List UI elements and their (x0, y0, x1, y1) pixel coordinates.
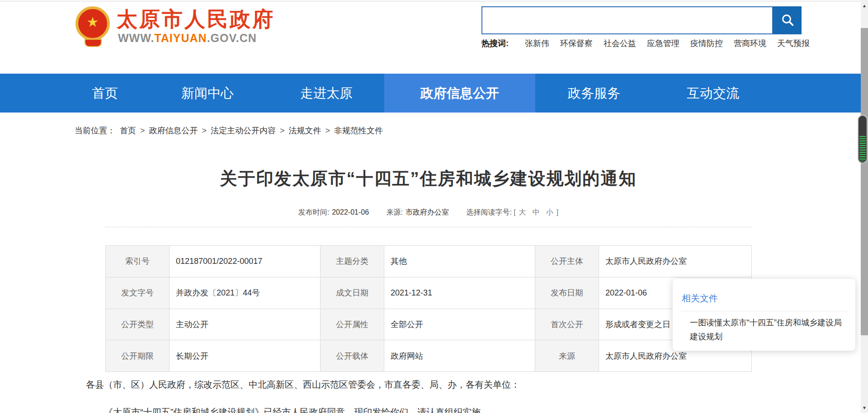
chevron-down-icon: ▼ (862, 405, 867, 410)
dashed-divider (105, 227, 751, 227)
hot-keyword-link[interactable]: 应急管理 (647, 38, 679, 49)
article-title: 关于印发太原市“十四五”住房和城乡建设规划的通知 (105, 167, 751, 190)
info-label-cell: 索引号 (106, 246, 170, 277)
article-meta: 发布时间:2022-01-06 来源:市政府办公室 选择阅读字号: [大中小] (105, 208, 751, 217)
info-label-cell: 成文日期 (321, 277, 384, 309)
fontsize-option-medium[interactable]: 中 (533, 208, 540, 216)
breadcrumb-item-statutory-disclosure[interactable]: 法定主动公开内容 (211, 126, 276, 135)
table-row: 公开期限 长期公开 公开载体 政府网站 来源 太原市人民政府办公室 (106, 340, 752, 372)
info-label-cell: 主题分类 (321, 246, 384, 277)
page-top-divider (0, 1, 861, 1)
site-url-suffix: .GOV.CN (207, 32, 257, 44)
info-label-cell: 公开主体 (535, 246, 599, 277)
star-icon: ★ (87, 15, 99, 29)
site-url-domain: TAIYUAN (154, 32, 207, 44)
info-value-cell: 全部公开 (384, 309, 535, 340)
info-value-cell: 012187001/2022-00017 (170, 246, 321, 277)
publish-date: 2022-01-06 (332, 208, 369, 216)
hot-keyword-link[interactable]: 营商环境 (734, 38, 766, 49)
nav-item-home[interactable]: 首页 (92, 74, 118, 113)
scrollbar-down-button[interactable]: ▼ (861, 403, 868, 412)
info-label-cell: 公开载体 (321, 340, 384, 372)
breadcrumb-separator: > (326, 126, 330, 135)
breadcrumb-item-regulation-files[interactable]: 法规文件 (289, 126, 321, 135)
breadcrumb-separator: > (280, 126, 285, 135)
chevron-up-icon: ▲ (862, 3, 867, 8)
fontsize-bracket-open: [ (514, 208, 515, 216)
article-body-paragraph: 各县（市、区）人民政府，综改示范区、中北高新区、西山示范区管委会，市直各委、局、… (86, 378, 760, 391)
related-files-title: 相关文件 (682, 292, 855, 305)
info-label-cell: 发文字号 (106, 277, 170, 309)
related-files-panel: 相关文件 一图读懂太原市“十四五”住房和城乡建设局建设规划 (673, 279, 855, 351)
related-file-link[interactable]: 一图读懂太原市“十四五”住房和城乡建设局建设规划 (690, 316, 844, 344)
hot-keyword-link[interactable]: 天气预报 (777, 38, 810, 49)
nav-item-about-taiyuan[interactable]: 走进太原 (300, 74, 353, 113)
search-icon (780, 13, 795, 28)
breadcrumb-item-gov-info[interactable]: 政府信息公开 (149, 126, 198, 135)
breadcrumb-separator: > (202, 126, 207, 135)
table-row: 发文字号 并政办发〔2021〕44号 成文日期 2021-12-31 发布日期 … (106, 277, 752, 309)
search-input[interactable] (481, 6, 773, 34)
fontsize-option-large[interactable]: 大 (519, 208, 526, 216)
info-label-cell: 来源 (535, 340, 599, 372)
fontsize-bracket-close: ] (557, 208, 558, 216)
hot-keyword-link[interactable]: 社会公益 (604, 38, 636, 49)
breadcrumb-separator: > (140, 126, 145, 135)
hot-search-label: 热搜词: (481, 38, 509, 49)
breadcrumb-item-non-normative-files[interactable]: 非规范性文件 (334, 126, 383, 135)
nav-item-news-center[interactable]: 新闻中心 (181, 74, 234, 113)
info-value-cell: 并政办发〔2021〕44号 (170, 277, 321, 309)
hot-keyword-link[interactable]: 环保督察 (560, 38, 593, 49)
emblem-circle: ★ (75, 6, 110, 41)
breadcrumb-label: 当前位置： (75, 126, 115, 135)
table-row: 索引号 012187001/2022-00017 主题分类 其他 公开主体 太原… (106, 246, 752, 277)
info-label-cell: 公开属性 (321, 309, 384, 340)
document-info-table: 索引号 012187001/2022-00017 主题分类 其他 公开主体 太原… (105, 245, 752, 372)
main-nav: 首页 新闻中心 走进太原 政府信息公开 政务服务 互动交流 (0, 74, 861, 113)
info-value-cell: 2021-12-31 (384, 277, 535, 309)
info-value-cell: 政府网站 (384, 340, 535, 372)
fontsize-label: 选择阅读字号: (466, 208, 511, 216)
breadcrumb-item-home[interactable]: 首页 (120, 126, 136, 135)
info-label-cell: 首次公开 (535, 309, 599, 340)
article-body-paragraph: 《太原市“十四五”住房和城乡建设规划》已经市人民政府同意，现印发给你们，请认真组… (86, 405, 760, 413)
emblem-ribbon (85, 39, 102, 47)
info-label-cell: 公开期限 (106, 340, 170, 372)
national-emblem-logo: ★ (75, 5, 110, 47)
info-value-cell: 其他 (384, 246, 535, 277)
search-button[interactable] (773, 6, 802, 34)
panel-dashed-divider (682, 311, 848, 311)
nav-item-gov-services[interactable]: 政务服务 (568, 74, 620, 113)
hot-keyword-link[interactable]: 疫情防控 (690, 38, 723, 49)
source-label: 来源: (387, 208, 403, 216)
nav-item-gov-info-disclosure[interactable]: 政府信息公开 (384, 74, 535, 113)
info-value-cell: 太原市人民政府办公室 (599, 246, 752, 277)
green-stripes-decoration (859, 136, 866, 161)
site-title: 太原市人民政府 (117, 5, 275, 33)
scroll-indicator-pill (858, 115, 868, 164)
hot-search-row: 热搜词: 张新伟 环保督察 社会公益 应急管理 疫情防控 营商环境 天气预报 (481, 38, 821, 49)
scrollbar-up-button[interactable]: ▲ (861, 1, 868, 10)
scrollbar-thumb[interactable] (861, 28, 868, 335)
source-value: 市政府办公室 (406, 208, 449, 216)
hot-keyword-link[interactable]: 张新伟 (525, 38, 549, 49)
info-value-cell: 主动公开 (170, 309, 321, 340)
breadcrumb: 当前位置：首页>政府信息公开>法定主动公开内容>法规文件>非规范性文件 (75, 125, 383, 136)
site-url-www: WWW. (118, 32, 154, 44)
publish-date-label: 发布时间: (298, 208, 329, 216)
info-value-cell: 长期公开 (170, 340, 321, 372)
vertical-scrollbar[interactable]: ▲ ▼ (861, 0, 868, 413)
info-label-cell: 发布日期 (535, 277, 599, 309)
fontsize-option-small[interactable]: 小 (546, 208, 553, 216)
info-label-cell: 公开类型 (106, 309, 170, 340)
table-row: 公开类型 主动公开 公开属性 全部公开 首次公开 形成或者变更之日 (106, 309, 752, 340)
nav-item-interaction[interactable]: 互动交流 (687, 74, 739, 113)
site-url: WWW.TAIYUAN.GOV.CN (118, 32, 257, 45)
